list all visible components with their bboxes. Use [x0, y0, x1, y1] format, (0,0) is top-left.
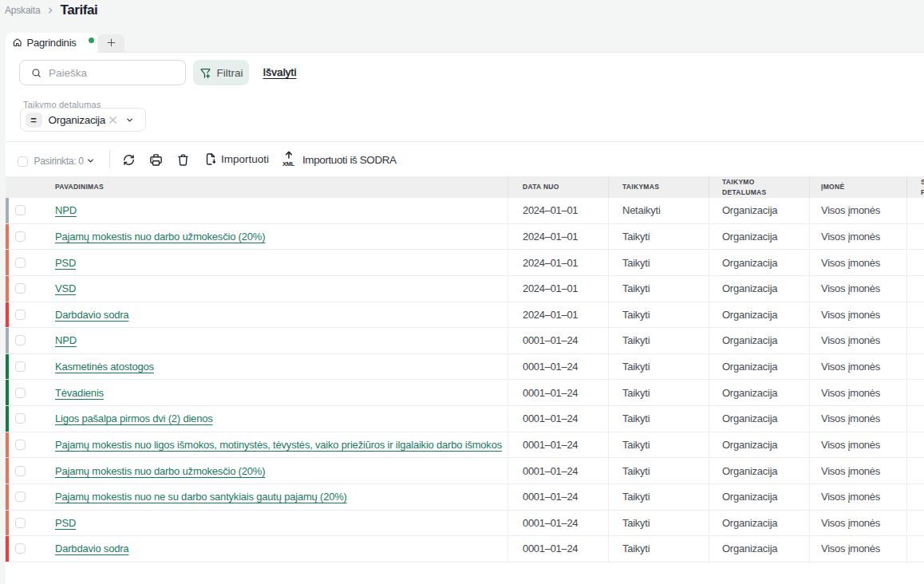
row-date: 0001–01–24 — [523, 543, 578, 554]
row-date: 0001–01–24 — [523, 491, 578, 503]
row-name-link[interactable]: Darbdavio sodra — [55, 309, 128, 321]
row-name-link[interactable]: Pajamų mokestis nuo darbo užmokesčio (20… — [55, 231, 265, 243]
table-row: NPD 0001–01–24 Taikyti Organizacija Viso… — [6, 328, 924, 354]
row-checkbox[interactable] — [15, 335, 26, 345]
tab-notification-dot — [89, 37, 94, 43]
row-imone: Visos įmonės — [821, 491, 880, 503]
row-name-link[interactable]: NPD — [55, 204, 77, 216]
breadcrumb-parent[interactable]: Apskaita — [5, 5, 40, 16]
row-status-stripe — [6, 276, 9, 302]
row-checkbox[interactable] — [15, 388, 26, 398]
filter-value: Organizacija — [49, 114, 105, 126]
column-header-det[interactable]: TAIKYMODETALUMAS — [709, 176, 809, 198]
tab-pagrindinis[interactable]: Pagrindinis — [6, 33, 97, 53]
toolbar: Pasirinkta: 0 — [6, 142, 924, 176]
breadcrumb-chevron-icon — [46, 6, 54, 14]
import-sodra-label: Importuoti iš SODRA — [302, 154, 397, 167]
select-all-checkbox[interactable] — [18, 156, 28, 167]
row-checkbox[interactable] — [15, 361, 26, 372]
filter-remove-icon[interactable] — [108, 115, 118, 125]
row-detalumas: Organizacija — [722, 412, 777, 424]
search-input[interactable] — [49, 67, 172, 79]
row-name-link[interactable]: Kasmetinės atostogos — [55, 361, 154, 373]
row-checkbox[interactable] — [15, 413, 26, 424]
column-header-date[interactable]: DATA NUO — [507, 176, 608, 198]
table-row: Ligos pašalpa pirmos dvi (2) dienos 0001… — [6, 406, 924, 432]
row-detalumas: Organizacija — [722, 517, 777, 529]
selected-chevron-down-icon[interactable] — [86, 156, 95, 165]
row-taikymas: Taikyti — [622, 439, 650, 451]
row-detalumas: Organizacija — [722, 204, 777, 216]
row-name-link[interactable]: Pajamų mokestis nuo ne su darbo santykia… — [55, 491, 347, 503]
row-checkbox[interactable] — [15, 310, 26, 320]
breadcrumb: Apskaita Tarifai — [5, 2, 97, 19]
table-row: Pajamų mokestis nuo darbo užmokesčio (20… — [6, 224, 924, 251]
row-detalumas: Organizacija — [722, 543, 777, 554]
clear-filters-link[interactable]: Išvalyti — [263, 66, 297, 78]
table-row: Tėvadienis 0001–01–24 Taikyti Organizaci… — [6, 380, 924, 406]
row-name-link[interactable]: NPD — [55, 334, 77, 346]
search-box — [19, 60, 186, 85]
filters-button[interactable]: Filtrai — [193, 60, 249, 85]
row-date: 0001–01–24 — [523, 361, 578, 373]
row-name-link[interactable]: Darbdavio sodra — [55, 543, 128, 554]
xml-icon-text: XML — [282, 160, 295, 167]
row-checkbox[interactable] — [15, 231, 26, 242]
row-checkbox[interactable] — [15, 283, 26, 294]
row-status-stripe — [6, 380, 9, 405]
print-icon[interactable] — [148, 152, 163, 167]
column-header-imone[interactable]: ĮMONĖ — [809, 176, 906, 198]
row-name-link[interactable]: Pajamų mokestis nuo darbo užmokesčio (20… — [55, 465, 265, 477]
row-checkbox[interactable] — [15, 205, 26, 215]
row-name-link[interactable]: PSD — [55, 257, 76, 269]
table-row: VSD 2024–01–01 Taikyti Organizacija Viso… — [6, 276, 924, 302]
row-date: 0001–01–24 — [523, 465, 578, 477]
add-tab-button[interactable] — [98, 34, 124, 53]
row-checkbox[interactable] — [15, 491, 26, 502]
column-header-taik[interactable]: TAIKYMAS — [608, 176, 709, 198]
table-row: Pajamų mokestis nuo ligos išmokos, motin… — [6, 432, 924, 459]
filter-chevron-down-icon[interactable] — [125, 116, 134, 124]
column-header-last[interactable]: SP — [906, 176, 924, 198]
row-status-stripe — [6, 511, 9, 536]
import-button[interactable]: Importuoti — [204, 152, 269, 166]
table-body: NPD 2024–01–01 Netaikyti Organizacija Vi… — [6, 198, 924, 562]
row-name-link[interactable]: VSD — [55, 282, 76, 294]
row-taikymas: Taikyti — [622, 387, 650, 399]
row-date: 2024–01–01 — [523, 257, 578, 269]
delete-icon[interactable] — [176, 152, 190, 167]
row-checkbox[interactable] — [15, 518, 26, 528]
row-date: 2024–01–01 — [523, 231, 578, 243]
row-imone: Visos įmonės — [821, 282, 880, 294]
row-status-stripe — [6, 536, 9, 562]
row-checkbox[interactable] — [15, 258, 26, 268]
filter-chip[interactable]: = Organizacija — [20, 108, 146, 132]
row-imone: Visos įmonės — [821, 334, 880, 346]
row-imone: Visos įmonės — [821, 387, 880, 399]
table-header: PAVADINIMASDATA NUOTAIKYMASTAIKYMODETALU… — [6, 176, 924, 198]
row-status-stripe — [6, 224, 9, 250]
table-row: Pajamų mokestis nuo ne su darbo santykia… — [6, 484, 924, 511]
row-checkbox[interactable] — [15, 440, 26, 450]
row-checkbox[interactable] — [15, 543, 26, 554]
row-taikymas: Taikyti — [622, 231, 650, 243]
row-name-link[interactable]: Ligos pašalpa pirmos dvi (2) dienos — [55, 412, 213, 424]
row-date: 2024–01–01 — [523, 309, 578, 321]
row-taikymas: Taikyti — [622, 309, 650, 321]
row-checkbox[interactable] — [15, 466, 26, 476]
file-import-icon — [204, 152, 218, 166]
row-status-stripe — [6, 302, 9, 328]
table-row: NPD 2024–01–01 Netaikyti Organizacija Vi… — [6, 198, 924, 224]
row-detalumas: Organizacija — [722, 257, 777, 269]
row-name-link[interactable]: Pajamų mokestis nuo ligos išmokos, motin… — [55, 439, 502, 451]
content-panel: Filtrai Išvalyti Taikymo detalumas = Org… — [6, 53, 924, 584]
import-sodra-button[interactable]: XML Importuoti iš SODRA — [282, 151, 397, 167]
refresh-icon[interactable] — [121, 152, 136, 167]
row-imone: Visos įmonės — [821, 204, 880, 216]
row-name-link[interactable]: PSD — [55, 517, 76, 529]
row-name-link[interactable]: Tėvadienis — [55, 387, 104, 399]
column-header-name[interactable]: PAVADINIMAS — [41, 176, 507, 198]
row-imone: Visos įmonės — [821, 231, 880, 243]
row-status-stripe — [6, 328, 9, 353]
filters-button-label: Filtrai — [217, 67, 243, 79]
